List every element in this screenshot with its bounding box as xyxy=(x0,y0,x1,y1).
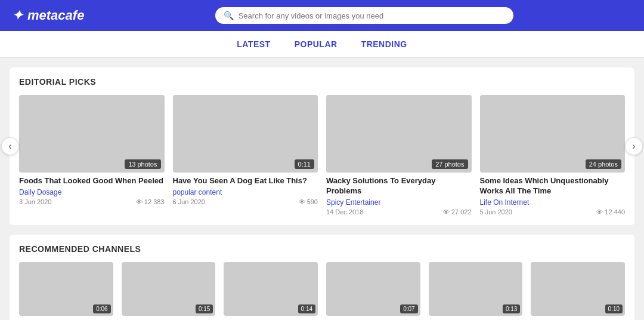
rec-card-6[interactable]: 0:10 Sometimes The Stairs Are Unhealthy … xyxy=(531,262,625,320)
rec-badge-4: 0:07 xyxy=(400,304,417,313)
rec-card-5[interactable]: 0:13 When Pranking Your Girlfriend Goes … xyxy=(429,262,523,320)
editorial-card-2[interactable]: 0:11 Have You Seen A Dog Eat Like This? … xyxy=(173,95,318,205)
editorial-date-2: 6 Jun 2020 xyxy=(173,198,205,205)
editorial-meta-3: 14 Dec 2018 👁 27 022 xyxy=(326,208,472,216)
rec-badge-5: 0:13 xyxy=(503,304,520,313)
editorial-date-3: 14 Dec 2018 xyxy=(326,208,363,216)
main-content: EDITORIAL PICKS ‹ 13 photos Foods That L… xyxy=(0,58,644,320)
editorial-picks-title: EDITORIAL PICKS xyxy=(19,77,625,87)
editorial-picks-section: EDITORIAL PICKS ‹ 13 photos Foods That L… xyxy=(10,67,634,225)
rec-thumb-4: 0:07 xyxy=(326,262,420,316)
rec-thumb-2: 0:15 xyxy=(122,262,216,316)
rec-thumb-1: 0:06 xyxy=(19,262,113,316)
editorial-thumb-2: 0:11 xyxy=(173,95,318,173)
recommended-cards-row: 0:06 When You Try to Show Off Too Much T… xyxy=(19,262,625,320)
logo-text: metacafe xyxy=(27,8,84,23)
editorial-arrow-right[interactable]: › xyxy=(625,137,643,155)
search-input[interactable] xyxy=(239,11,505,20)
editorial-channel-4[interactable]: Life On Internet xyxy=(480,198,626,207)
editorial-thumb-3: 27 photos xyxy=(326,95,472,173)
editorial-card-1[interactable]: 13 photos Foods That Looked Good When Pe… xyxy=(19,95,165,205)
editorial-card-4[interactable]: 24 photos Some Ideas Which Unquestionabl… xyxy=(480,95,626,216)
recommended-channels-section: RECOMMENDED CHANNELS 0:06 When You Try t… xyxy=(10,235,634,320)
nav-trending[interactable]: TRENDING xyxy=(361,39,407,49)
editorial-channel-1[interactable]: Daily Dosage xyxy=(19,188,165,196)
rec-badge-2: 0:15 xyxy=(196,304,213,313)
editorial-title-4: Some Ideas Which Unquestionably Works Al… xyxy=(480,176,626,196)
rec-card-1[interactable]: 0:06 When You Try to Show Off Too Much T… xyxy=(19,262,113,320)
editorial-views-2: 👁 590 xyxy=(299,198,318,205)
rec-card-2[interactable]: 0:15 All You Need A Little Push contentg… xyxy=(122,262,216,320)
editorial-badge-1: 13 photos xyxy=(125,159,160,169)
rec-badge-3: 0:14 xyxy=(298,304,315,313)
main-nav: LATEST POPULAR TRENDING xyxy=(0,31,644,58)
rec-badge-6: 0:10 xyxy=(605,304,623,313)
editorial-card-3[interactable]: 27 photos Wacky Solutions To Everyday Pr… xyxy=(326,95,472,216)
editorial-meta-1: 3 Jun 2020 👁 12 383 xyxy=(19,198,165,205)
editorial-thumb-1: 13 photos xyxy=(19,95,165,173)
editorial-views-3: 👁 27 022 xyxy=(443,208,472,216)
editorial-meta-4: 5 Jun 2020 👁 12 440 xyxy=(480,208,626,216)
editorial-channel-3[interactable]: Spicy Entertainer xyxy=(326,198,472,207)
editorial-meta-2: 6 Jun 2020 👁 590 xyxy=(173,198,318,205)
rec-thumb-6: 0:10 xyxy=(531,262,625,316)
editorial-title-3: Wacky Solutions To Everyday Problems xyxy=(326,176,472,196)
editorial-views-1: 👁 12 383 xyxy=(136,198,165,205)
editorial-arrow-left[interactable]: ‹ xyxy=(1,137,19,155)
editorial-badge-3: 27 photos xyxy=(432,159,467,169)
editorial-date-4: 5 Jun 2020 xyxy=(480,208,512,216)
editorial-views-4: 👁 12 440 xyxy=(596,208,625,216)
nav-popular[interactable]: POPULAR xyxy=(295,39,338,49)
editorial-badge-2: 0:11 xyxy=(295,159,314,169)
editorial-thumb-4: 24 photos xyxy=(480,95,626,173)
star-icon: ✦ xyxy=(12,8,23,23)
editorial-channel-2[interactable]: popular content xyxy=(173,188,318,196)
header: ✦ metacafe 🔍 xyxy=(0,0,644,31)
editorial-title-1: Foods That Looked Good When Peeled xyxy=(19,176,165,186)
search-icon: 🔍 xyxy=(224,11,234,20)
editorial-date-1: 3 Jun 2020 xyxy=(19,198,51,205)
rec-card-4[interactable]: 0:07 Almost Needed The Coffin Dancers po… xyxy=(326,262,420,320)
rec-thumb-5: 0:13 xyxy=(429,262,523,316)
rec-badge-1: 0:06 xyxy=(93,304,110,313)
editorial-badge-4: 24 photos xyxy=(586,159,621,169)
rec-thumb-3: 0:14 xyxy=(224,262,318,316)
editorial-title-2: Have You Seen A Dog Eat Like This? xyxy=(173,176,318,186)
rec-card-3[interactable]: 0:14 All The Selfies Are Not Gold! Daily… xyxy=(224,262,318,320)
recommended-channels-title: RECOMMENDED CHANNELS xyxy=(19,244,625,254)
search-bar[interactable]: 🔍 xyxy=(215,7,513,24)
logo[interactable]: ✦ metacafe xyxy=(12,8,84,23)
editorial-cards-row: 13 photos Foods That Looked Good When Pe… xyxy=(19,95,625,216)
nav-latest[interactable]: LATEST xyxy=(237,39,270,49)
